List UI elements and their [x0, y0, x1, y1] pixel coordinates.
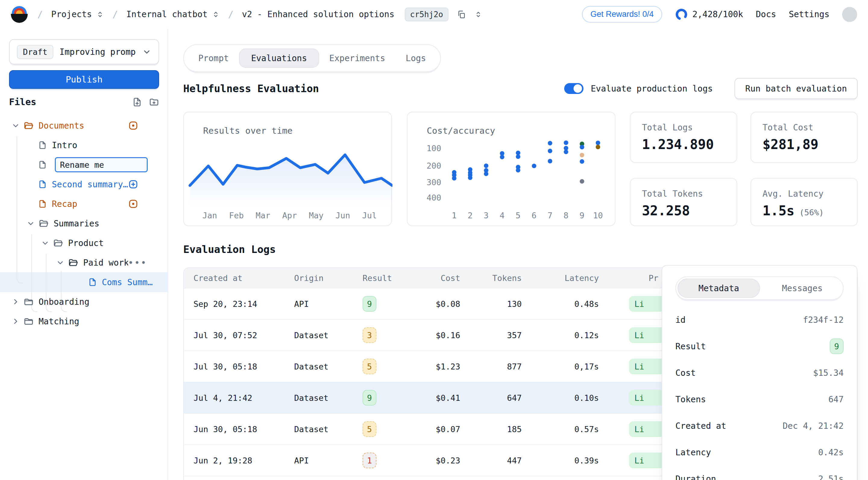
version-id-badge[interactable]: cr5hj2o — [405, 7, 449, 22]
breadcrumb: /Projects/Internal chatbot/v2 - Enhanced… — [37, 7, 482, 22]
chevron-right-icon — [11, 298, 20, 306]
panel-field-created-at: Created atDec 4, 21:42 — [675, 413, 844, 439]
tree-item-label: Second summary… — [52, 179, 128, 190]
tree-item-label: Coms Summ… — [102, 277, 153, 287]
settings-link[interactable]: Settings — [789, 9, 830, 19]
column-header-tokens[interactable]: Tokens — [460, 273, 522, 283]
tree-item-label: Onboarding — [38, 297, 90, 307]
run-batch-evaluation-button[interactable]: Run batch evaluation — [735, 78, 858, 99]
cell-created-at: Jul 30, 05:18 — [184, 362, 294, 371]
panel-field-value: 647 — [828, 395, 844, 404]
sort-caret-icon[interactable] — [474, 10, 482, 19]
cell-result: 9 — [363, 390, 410, 406]
chevron-right-icon — [11, 317, 20, 325]
stat-value: $281,89 — [763, 137, 846, 152]
tree-item-documents[interactable]: Documents — [0, 116, 168, 135]
tab-evaluations[interactable]: Evaluations — [239, 48, 319, 68]
results-over-time-chart: JanFebMarAprMayJunJul — [184, 112, 391, 226]
tree-item-summaries[interactable]: Summaries — [0, 214, 168, 233]
breadcrumb-item[interactable]: Internal chatbot — [126, 9, 220, 19]
cell-latency: 0.12s — [522, 331, 599, 340]
panel-tab-messages[interactable]: Messages — [762, 277, 843, 299]
topbar: /Projects/Internal chatbot/v2 - Enhanced… — [0, 0, 868, 29]
tree-item-product[interactable]: Product — [0, 233, 168, 253]
column-header-origin[interactable]: Origin — [294, 273, 363, 283]
panel-field-latency: Latency0.42s — [675, 439, 844, 466]
cell-origin: Dataset — [294, 393, 363, 403]
cell-origin: API — [294, 299, 363, 309]
tree-item-matching[interactable]: Matching — [0, 312, 168, 331]
cell-origin: Dataset — [294, 331, 363, 340]
cell-result: 9 — [363, 296, 410, 312]
evaluation-logs-title: Evaluation Logs — [183, 243, 276, 255]
column-header-cost[interactable]: Cost — [410, 273, 460, 283]
file-icon — [38, 199, 47, 208]
folder-icon — [68, 258, 79, 268]
column-header-created-at[interactable]: Created at — [184, 273, 294, 283]
chevron-down-icon — [41, 239, 50, 247]
evaluation-header: Helpfulness Evaluation Evaluate producti… — [183, 77, 858, 100]
svg-text:Feb: Feb — [229, 211, 244, 220]
cell-cost: $0.07 — [410, 424, 460, 434]
file-icon — [38, 180, 47, 189]
panel-fields: idf234f-12Result9Cost$15.34Tokens647Crea… — [675, 307, 844, 480]
svg-text:4: 4 — [500, 211, 504, 220]
docs-link[interactable]: Docs — [756, 9, 776, 19]
modified-dot-badge-icon[interactable] — [128, 199, 138, 209]
breadcrumb-slash: / — [37, 9, 43, 20]
svg-text:Apr: Apr — [282, 211, 297, 220]
breadcrumb-item[interactable]: Projects — [51, 9, 104, 19]
chevron-down-icon — [11, 122, 20, 130]
cell-origin: API — [294, 456, 363, 465]
more-options-icon[interactable]: ••• — [128, 258, 147, 268]
cell-cost: $1.23 — [410, 362, 460, 371]
panel-field-label: Created at — [675, 421, 726, 431]
cell-latency: 0.39s — [522, 456, 599, 465]
column-header-latency[interactable]: Latency — [522, 273, 599, 283]
cell-latency: 0.57s — [522, 424, 599, 434]
panel-result-badge: 9 — [830, 339, 844, 354]
tree-item-label: Matching — [38, 316, 79, 327]
tree-item-second-summary-[interactable]: Second summary… — [0, 175, 168, 194]
get-rewards-button[interactable]: Get Rewards! 0/4 — [582, 6, 662, 23]
file-icon — [38, 160, 47, 169]
panel-field-result: Result9 — [675, 333, 844, 359]
rename-input[interactable] — [55, 157, 148, 172]
svg-text:6: 6 — [532, 211, 536, 220]
tree-item-recap[interactable]: Recap — [0, 194, 168, 213]
usage-spinner-icon — [675, 8, 688, 21]
tree-item-intro[interactable]: Intro — [0, 136, 168, 155]
tree-item-onboarding[interactable]: Onboarding — [0, 292, 168, 311]
file-tree: DocumentsIntroSecond summary…RecapSummar… — [0, 29, 167, 480]
cell-tokens: 647 — [460, 393, 522, 403]
evaluate-production-logs-toggle[interactable] — [564, 83, 584, 94]
breadcrumb-item[interactable]: v2 - Enhanced solution options — [242, 9, 395, 19]
panel-field-label: id — [675, 315, 686, 325]
panel-tab-metadata[interactable]: Metadata — [678, 279, 760, 298]
svg-text:100: 100 — [427, 144, 441, 153]
results-over-time-card: Results over time JanFebMarAprMayJunJul — [183, 112, 392, 226]
copy-icon[interactable] — [457, 10, 466, 19]
main-tabs: PromptEvaluationsExperimentsLogs — [183, 44, 441, 72]
svg-text:5: 5 — [516, 211, 521, 220]
result-badge: 3 — [363, 327, 376, 343]
column-header-result[interactable]: Result — [363, 273, 410, 283]
svg-text:9: 9 — [580, 211, 584, 220]
tab-prompt[interactable]: Prompt — [188, 48, 239, 68]
usage-meter: 2,428/100k — [675, 8, 743, 21]
tab-experiments[interactable]: Experiments — [319, 48, 396, 68]
svg-text:Jan: Jan — [203, 211, 217, 220]
cell-cost: $0.16 — [410, 331, 460, 340]
stat-label: Total Cost — [763, 123, 846, 133]
avatar[interactable] — [842, 7, 857, 22]
tab-logs[interactable]: Logs — [396, 48, 436, 68]
app-logo-icon[interactable] — [11, 6, 28, 23]
tree-item-paid-works-[interactable]: Paid works…••• — [0, 253, 168, 272]
tree-item-coms-summ-[interactable]: Coms Summ… — [0, 273, 168, 292]
panel-field-id: idf234f-12 — [675, 307, 844, 333]
breadcrumb-item-label: Projects — [51, 9, 92, 19]
stat-card-total-cost: Total Cost$281,89 — [750, 112, 858, 163]
added-plus-badge-icon[interactable] — [128, 179, 138, 190]
modified-dot-badge-icon[interactable] — [128, 120, 138, 131]
tree-item-rename-me[interactable] — [0, 155, 168, 174]
